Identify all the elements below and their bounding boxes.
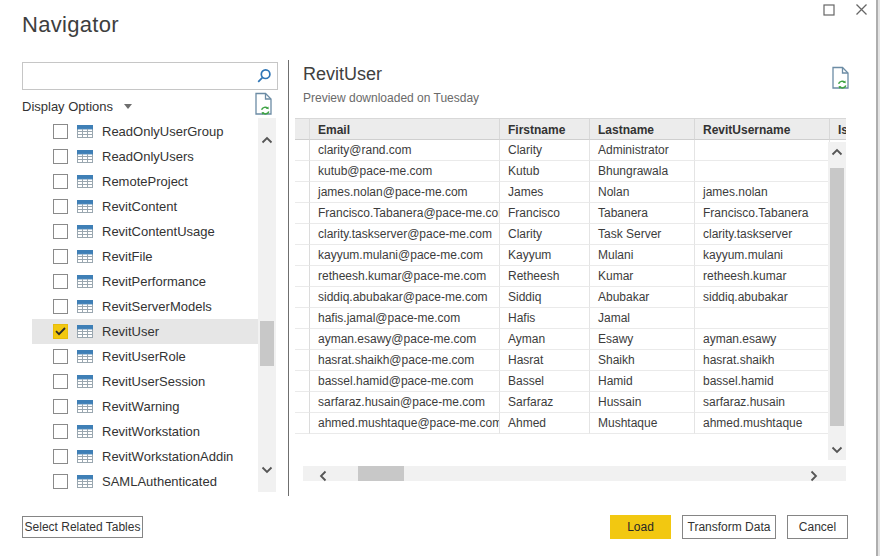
checkbox-unchecked[interactable]	[53, 224, 68, 239]
table-cell: james.nolan@pace-me.com	[310, 182, 500, 203]
checkbox-unchecked[interactable]	[53, 199, 68, 214]
checkbox-unchecked[interactable]	[53, 474, 68, 489]
checkbox-unchecked[interactable]	[53, 149, 68, 164]
table-list-item[interactable]: RevitUserSession	[32, 369, 258, 394]
checkbox-unchecked[interactable]	[53, 249, 68, 264]
table-list-item[interactable]: SAMLAuthenticated	[32, 469, 258, 494]
preview-vertical-scrollbar[interactable]	[828, 142, 846, 460]
checkbox-unchecked[interactable]	[53, 274, 68, 289]
display-options-dropdown[interactable]: Display Options	[22, 97, 132, 114]
table-row: ayman.esawy@pace-me.comAymanEsawyayman.e…	[295, 329, 846, 350]
table-cell: Mushtaque	[590, 413, 695, 434]
checkbox-unchecked[interactable]	[53, 124, 68, 139]
table-cell: hasrat.shaikh@pace-me.com	[310, 350, 500, 371]
table-icon	[77, 225, 93, 238]
table-cell: Siddiq	[500, 287, 590, 308]
row-gutter	[295, 203, 310, 224]
preview-horizontal-scrollbar-thumb[interactable]	[358, 466, 404, 481]
checkbox-checked[interactable]	[53, 324, 68, 339]
checkbox-unchecked[interactable]	[53, 174, 68, 189]
table-list-item[interactable]: ReadOnlyUsers	[32, 144, 258, 169]
search-icon[interactable]	[256, 68, 272, 84]
table-name-label: RevitContentUsage	[102, 224, 215, 239]
chevron-down-icon	[124, 97, 132, 112]
table-list-item[interactable]: RemoteProject	[32, 169, 258, 194]
sidebar-scrollbar[interactable]	[258, 118, 276, 492]
table-row: hafis.jamal@pace-me.comHafisJamal	[295, 308, 846, 329]
row-gutter	[295, 161, 310, 182]
close-button[interactable]	[853, 3, 869, 19]
table-list-item[interactable]: RevitWarning	[32, 394, 258, 419]
refresh-preview-icon[interactable]	[831, 66, 851, 90]
table-list-item[interactable]: RevitServerModels	[32, 294, 258, 319]
table-cell: Abubakar	[590, 287, 695, 308]
refresh-list-icon[interactable]	[254, 92, 274, 116]
table-cell: Retheesh	[500, 266, 590, 287]
table-cell: Francisco	[500, 203, 590, 224]
checkbox-unchecked[interactable]	[53, 349, 68, 364]
scroll-left-icon[interactable]	[319, 470, 327, 482]
load-button[interactable]: Load	[610, 515, 671, 539]
table-icon	[77, 150, 93, 163]
row-gutter	[295, 266, 310, 287]
checkbox-unchecked[interactable]	[53, 449, 68, 464]
table-row: kayyum.mulani@pace-me.comKayyumMulanikay…	[295, 245, 846, 266]
table-icon	[77, 325, 93, 338]
checkbox-unchecked[interactable]	[53, 299, 68, 314]
table-list-item[interactable]: RevitWorkstationAddin	[32, 444, 258, 469]
search-input[interactable]	[29, 65, 255, 89]
table-cell: Hasrat	[500, 350, 590, 371]
table-row: Francisco.Tabanera@pace-me.comFranciscoT…	[295, 203, 846, 224]
table-list-item[interactable]: RevitUserRole	[32, 344, 258, 369]
scroll-right-icon[interactable]	[810, 470, 818, 482]
table-list-item[interactable]: RevitContent	[32, 194, 258, 219]
table-icon	[77, 300, 93, 313]
table-name-label: RevitWorkstationAddin	[102, 449, 233, 464]
table-row: james.nolan@pace-me.comJamesNolanjames.n…	[295, 182, 846, 203]
row-gutter	[295, 308, 310, 329]
maximize-button[interactable]	[821, 3, 837, 19]
scroll-up-icon[interactable]	[831, 148, 843, 156]
row-gutter	[295, 140, 310, 161]
table-cell: ayman.esawy	[695, 329, 830, 350]
table-cell: bassel.hamid	[695, 371, 830, 392]
select-related-tables-button[interactable]: Select Related Tables	[22, 516, 143, 538]
table-row: bassel.hamid@pace-me.comBasselHamidbasse…	[295, 371, 846, 392]
checkbox-unchecked[interactable]	[53, 374, 68, 389]
table-cell: ayman.esawy@pace-me.com	[310, 329, 500, 350]
table-cell: Tabanera	[590, 203, 695, 224]
preview-table: EmailFirstnameLastnameRevitUsernameIsSyc…	[295, 118, 846, 434]
table-list-item[interactable]: RevitWorkstation	[32, 419, 258, 444]
preview-horizontal-scrollbar[interactable]	[303, 466, 846, 481]
table-cell: clarity.taskserver@pace-me.com	[310, 224, 500, 245]
scroll-down-icon[interactable]	[261, 466, 273, 474]
table-icon	[77, 425, 93, 438]
row-gutter	[295, 245, 310, 266]
table-list-item[interactable]: RevitUser	[32, 319, 258, 344]
table-name-label: ReadOnlyUserGroup	[102, 124, 223, 139]
table-cell: Shaikh	[590, 350, 695, 371]
table-list-item[interactable]: ReadOnlyUserGroup	[32, 119, 258, 144]
table-list-item[interactable]: RevitPerformance	[32, 269, 258, 294]
table-row: clarity.taskserver@pace-me.comClarityTas…	[295, 224, 846, 245]
scroll-up-icon[interactable]	[261, 136, 273, 144]
sidebar-scrollbar-thumb[interactable]	[260, 321, 274, 366]
checkbox-unchecked[interactable]	[53, 399, 68, 414]
table-cell: Esawy	[590, 329, 695, 350]
row-gutter	[295, 413, 310, 434]
table-cell: Clarity	[500, 140, 590, 161]
preview-subtitle: Preview downloaded on Tuesday	[303, 91, 479, 105]
preview-title: RevitUser	[303, 64, 382, 85]
table-icon	[77, 125, 93, 138]
cancel-button[interactable]: Cancel	[787, 515, 848, 539]
maximize-icon	[823, 4, 835, 19]
table-name-label: RevitPerformance	[102, 274, 206, 289]
transform-data-button[interactable]: Transform Data	[682, 515, 776, 539]
preview-vertical-scrollbar-thumb[interactable]	[830, 168, 844, 426]
row-gutter	[295, 182, 310, 203]
scroll-down-icon[interactable]	[831, 446, 843, 454]
checkbox-unchecked[interactable]	[53, 424, 68, 439]
table-icon	[77, 475, 93, 488]
table-list-item[interactable]: RevitFile	[32, 244, 258, 269]
table-list-item[interactable]: RevitContentUsage	[32, 219, 258, 244]
